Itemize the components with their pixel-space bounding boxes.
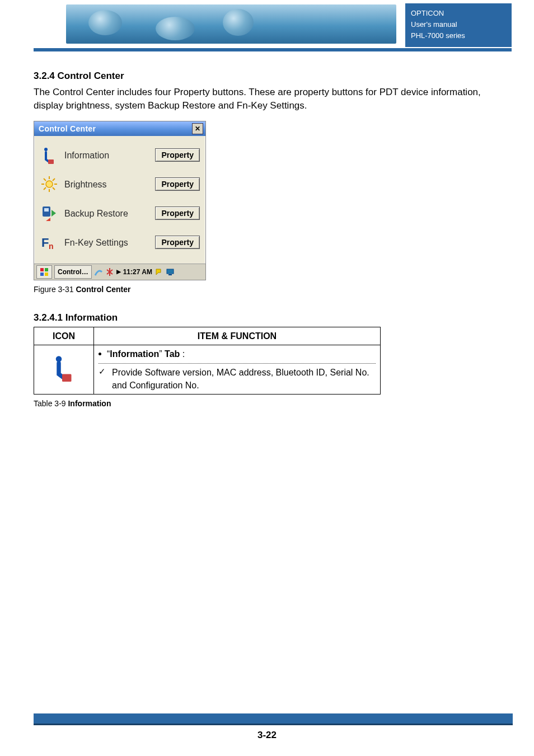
- svg-point-0: [44, 148, 48, 151]
- taskbar-time: 11:27 AM: [123, 267, 152, 277]
- info-icon-large: [50, 355, 77, 382]
- info-icon: [40, 145, 59, 165]
- svg-rect-1: [48, 159, 54, 164]
- tray-icon-3[interactable]: [154, 267, 163, 276]
- svg-line-8: [44, 187, 46, 190]
- tray-icon-2[interactable]: [105, 267, 114, 276]
- banner-line-3: PHL-7000 series: [411, 30, 512, 41]
- desktop-icon[interactable]: [166, 267, 175, 276]
- row-information-label: Information: [64, 149, 149, 162]
- backup-restore-icon: [40, 204, 59, 223]
- svg-rect-15: [40, 268, 44, 271]
- banner-line-1: OPTICON: [411, 8, 512, 19]
- page-header: OPTICON User's manual PHL-7000 series: [34, 0, 512, 54]
- row-brightness-label: Brightness: [64, 178, 149, 191]
- footer-bar: [34, 713, 513, 725]
- bullet-icon: [99, 353, 101, 355]
- banner-line-2: User's manual: [411, 19, 512, 30]
- banner-graphic: [66, 4, 396, 44]
- svg-text:n: n: [49, 242, 54, 251]
- row-fn-key: F n Fn-Key Settings Property: [39, 228, 201, 257]
- svg-line-7: [53, 187, 55, 190]
- tray-icon-1[interactable]: [94, 267, 103, 276]
- info-icon-cell: [34, 345, 94, 395]
- start-button[interactable]: [36, 265, 52, 279]
- svg-rect-12: [44, 208, 49, 212]
- property-button-fn-key[interactable]: Property: [155, 236, 200, 249]
- table-3-9-name: Information: [68, 399, 111, 408]
- close-button[interactable]: ✕: [192, 123, 203, 134]
- svg-rect-17: [40, 273, 44, 276]
- control-center-window: Control Center ✕ Information Property: [34, 121, 206, 280]
- col-header-icon: ICON: [34, 327, 94, 345]
- info-desc-line: ✓ Provide Software version, MAC address,…: [99, 366, 376, 392]
- page-footer: 3-22: [0, 713, 534, 743]
- window-body: Information Property: [34, 136, 205, 264]
- section-body: The Control Center includes four Propert…: [34, 86, 512, 113]
- property-button-brightness[interactable]: Property: [155, 177, 200, 191]
- svg-rect-18: [45, 273, 48, 276]
- svg-line-9: [53, 179, 55, 181]
- row-backup-restore-label: Backup Restore: [64, 207, 149, 220]
- svg-text:F: F: [41, 236, 49, 250]
- svg-rect-20: [168, 274, 172, 275]
- svg-line-6: [44, 179, 46, 181]
- svg-point-10: [46, 181, 53, 187]
- taskbar-tray: ▶ 11:27 AM: [94, 267, 203, 277]
- info-tab-line: “Information” Tab :: [99, 348, 376, 363]
- windows-icon: [40, 267, 49, 276]
- banner-meta: OPTICON User's manual PHL-7000 series: [405, 3, 512, 47]
- svg-point-21: [56, 356, 62, 362]
- row-brightness: Brightness Property: [39, 170, 201, 199]
- taskbar-app-label: Control…: [58, 267, 88, 277]
- fn-key-icon: F n: [40, 233, 59, 252]
- page-number: 3-22: [0, 729, 534, 743]
- row-backup-restore: Backup Restore Property: [39, 199, 201, 228]
- row-fn-key-label: Fn-Key Settings: [64, 236, 149, 249]
- info-function-cell: “Information” Tab : ✓ Provide Software v…: [94, 345, 381, 395]
- svg-rect-16: [45, 268, 48, 271]
- figure-3-31-name: Control Center: [76, 285, 130, 294]
- window-titlebar: Control Center ✕: [34, 121, 205, 136]
- section-heading: 3.2.4 Control Center: [34, 69, 512, 83]
- table-3-9-prefix: Table 3-9: [34, 399, 68, 408]
- svg-rect-22: [62, 374, 72, 382]
- taskbar: Control… ▶ 11:27 AM: [34, 264, 205, 280]
- close-icon: ✕: [195, 125, 200, 132]
- col-header-item-function: ITEM & FUNCTION: [94, 327, 381, 345]
- banner-underline: [34, 48, 512, 51]
- window-title: Control Center: [39, 123, 96, 134]
- property-button-information[interactable]: Property: [155, 148, 200, 162]
- property-button-backup-restore[interactable]: Property: [155, 206, 200, 220]
- figure-3-31-caption: Figure 3-31 Control Center: [34, 284, 512, 295]
- tray-arrow-icon: ▶: [116, 267, 121, 276]
- svg-rect-19: [167, 269, 174, 274]
- information-table: ICON ITEM & FUNCTION “Information” Tab :…: [34, 327, 381, 395]
- subsection-heading: 3.2.4.1 Information: [34, 311, 512, 325]
- taskbar-app-button[interactable]: Control…: [54, 265, 92, 279]
- check-icon: ✓: [99, 366, 106, 392]
- info-desc-text: Provide Software version, MAC address, B…: [112, 366, 376, 392]
- row-information: Information Property: [39, 140, 201, 170]
- brightness-icon: [40, 175, 59, 194]
- figure-3-31-prefix: Figure 3-31: [34, 285, 76, 294]
- table-3-9-caption: Table 3-9 Information: [34, 398, 512, 409]
